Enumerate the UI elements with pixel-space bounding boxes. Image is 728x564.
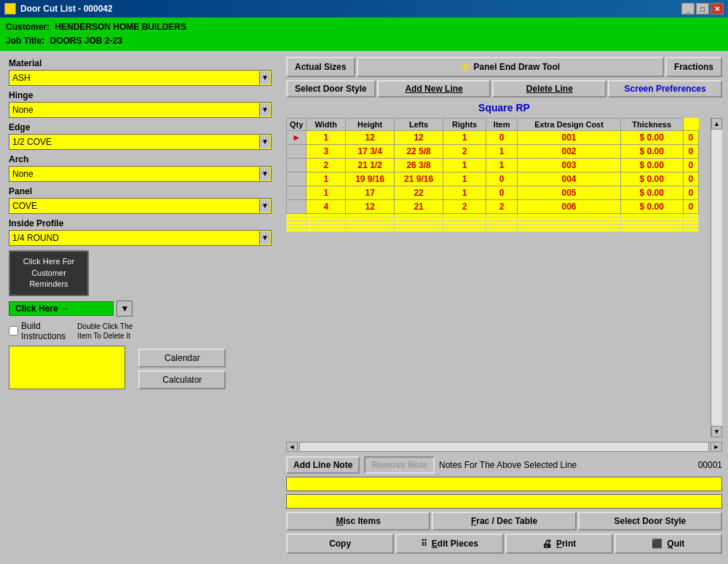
hinge-label: Hinge xyxy=(9,90,272,100)
table-row[interactable]: 317 3/422 5/821002$ 0.000 xyxy=(287,145,699,159)
col-thickness: Thickness xyxy=(620,119,683,131)
hinge-group: Hinge None xyxy=(9,90,272,118)
col-lefts: Lefts xyxy=(395,119,443,131)
edit-icon xyxy=(421,539,427,549)
select-door-style-button-2[interactable]: Select Door Style xyxy=(578,512,722,531)
add-new-line-button[interactable]: Add New Line xyxy=(377,80,491,98)
add-line-note-button[interactable]: Add Line Note xyxy=(286,456,360,474)
window-title: Door Cut List - 000042 xyxy=(20,4,113,14)
edge-group: Edge 1/2 COVE xyxy=(9,122,272,150)
sun-icon: ✳ xyxy=(461,61,470,73)
left-panel: Material ASH Hinge None Edge 1/2 COVE xyxy=(0,51,280,560)
customer-name: HENDERSON HOME BUILDERS xyxy=(55,22,186,32)
inside-profile-select[interactable]: 1/4 ROUND xyxy=(9,230,272,246)
edge-select[interactable]: 1/2 COVE xyxy=(9,134,272,150)
scroll-left-button[interactable]: ◄ xyxy=(286,442,298,452)
table-scroll[interactable]: Qty Width Height Lefts Rights Item Extra… xyxy=(286,118,722,278)
frac-dec-rest: rac / Dec Table xyxy=(476,516,537,526)
copy-button[interactable]: Copy xyxy=(286,533,394,554)
scroll-down-button[interactable]: ▼ xyxy=(711,426,722,437)
panel-end-button[interactable]: ✳ Panel End Draw Tool xyxy=(357,57,664,77)
scroll-right-button[interactable]: ► xyxy=(711,442,722,452)
table-row[interactable]: 221 1/226 3/811003$ 0.000 xyxy=(287,159,699,172)
row-indicator: ► xyxy=(287,131,306,145)
printer-icon xyxy=(542,538,552,549)
arch-group: Arch None xyxy=(9,154,272,182)
app-icon xyxy=(4,3,16,15)
vertical-scrollbar[interactable]: ▲ ▼ xyxy=(711,118,722,437)
misc-items-button[interactable]: Misc Items xyxy=(286,512,430,531)
note-input-1[interactable] xyxy=(286,477,722,491)
click-here-dropdown[interactable]: ▼ xyxy=(116,301,132,317)
quit-label: Quit xyxy=(667,539,684,549)
col-rights: Rights xyxy=(443,119,486,131)
table-row[interactable]: 1172210005$ 0.000 xyxy=(287,186,699,200)
select-door-style-button[interactable]: Select Door Style xyxy=(286,80,376,98)
inside-profile-label: Inside Profile xyxy=(9,218,272,229)
calendar-button[interactable]: Calendar xyxy=(138,349,226,368)
minimize-button[interactable]: _ xyxy=(681,3,695,15)
table-row[interactable]: ►1121210001$ 0.000 xyxy=(287,131,699,145)
bottom-action-row: Misc Items Frac / Dec Table Select Door … xyxy=(286,512,722,531)
notes-label: Notes For The Above Selected Line xyxy=(439,460,577,470)
panel-end-label: Panel End Draw Tool xyxy=(474,62,560,72)
job-title-label: Job Title: xyxy=(6,36,44,46)
quit-button[interactable]: Quit xyxy=(614,533,722,554)
build-instructions-checkbox[interactable] xyxy=(9,326,18,335)
col-height: Height xyxy=(346,119,395,131)
actual-sizes-button[interactable]: Actual Sizes xyxy=(286,57,355,77)
col-qty: Qty xyxy=(287,119,306,131)
table-header-row: Qty Width Height Lefts Rights Item Extra… xyxy=(287,119,699,131)
inside-profile-group: Inside Profile 1/4 ROUND xyxy=(9,218,272,246)
panel-select[interactable]: COVE xyxy=(9,198,272,214)
h-scroll-track[interactable] xyxy=(299,442,709,452)
build-instructions-label: BuildInstructions xyxy=(9,321,66,341)
panel-label: Panel xyxy=(9,186,272,196)
print-label: Print xyxy=(556,539,576,549)
edit-pieces-label: Edit Pieces xyxy=(432,539,478,549)
misc-items-label: M xyxy=(336,516,343,526)
close-button[interactable]: ✕ xyxy=(711,3,724,15)
arch-label: Arch xyxy=(9,154,272,164)
footer-row: Copy Edit Pieces Print Quit xyxy=(286,533,722,554)
horizontal-scroll-controls: ◄ ► xyxy=(286,440,722,453)
frac-dec-button[interactable]: Frac / Dec Table xyxy=(432,512,576,531)
scroll-track xyxy=(711,130,722,426)
arch-select[interactable]: None xyxy=(9,166,272,182)
right-panel: Actual Sizes ✳ Panel End Draw Tool Fract… xyxy=(280,51,728,560)
calculator-button[interactable]: Calculator xyxy=(138,370,226,389)
col-width: Width xyxy=(306,119,346,131)
material-group: Material ASH xyxy=(9,58,272,86)
job-title: DOORS JOB 2-23 xyxy=(50,36,122,46)
material-select[interactable]: ASH xyxy=(9,70,272,86)
customer-label: Customer: xyxy=(6,22,50,32)
cut-list-table: Qty Width Height Lefts Rights Item Extra… xyxy=(286,118,699,232)
table-row[interactable]: 4122122006$ 0.000 xyxy=(287,200,699,214)
edit-pieces-button[interactable]: Edit Pieces xyxy=(395,533,503,554)
square-rp-label: Square RP xyxy=(286,100,722,115)
col-extra-cost: Extra Design Cost xyxy=(518,119,621,131)
top-buttons-row: Actual Sizes ✳ Panel End Draw Tool Fract… xyxy=(286,57,722,77)
fractions-button[interactable]: Fractions xyxy=(665,57,722,77)
screen-preferences-button[interactable]: Screen Preferences xyxy=(608,80,722,98)
second-buttons-row: Select Door Style Add New Line Delete Li… xyxy=(286,80,722,98)
note-input-2[interactable] xyxy=(286,494,722,509)
hinge-select[interactable]: None xyxy=(9,102,272,118)
build-instructions-textarea[interactable] xyxy=(9,346,125,389)
table-wrapper: Qty Width Height Lefts Rights Item Extra… xyxy=(286,118,722,437)
customer-bar: Customer: HENDERSON HOME BUILDERS Job Ti… xyxy=(0,17,728,51)
misc-items-rest: isc Items xyxy=(343,516,380,526)
table-row[interactable]: 119 9/1621 9/1610004$ 0.000 xyxy=(287,172,699,186)
customer-reminders-button[interactable]: Click Here ForCustomerReminders xyxy=(9,250,89,295)
restore-button[interactable]: □ xyxy=(696,3,709,15)
quit-icon xyxy=(652,539,662,549)
print-button[interactable]: Print xyxy=(505,533,613,554)
remove-note-button[interactable]: Remove Note xyxy=(364,456,435,474)
click-here-button[interactable]: Click Here → xyxy=(9,301,114,316)
double-click-text: Double Click TheItem To Delete It xyxy=(77,322,132,341)
scroll-up-button[interactable]: ▲ xyxy=(711,118,722,130)
panel-group: Panel COVE xyxy=(9,186,272,214)
empty-row xyxy=(287,229,699,232)
delete-line-button[interactable]: Delete Line xyxy=(492,80,606,98)
window-controls: _ □ ✕ xyxy=(681,3,724,15)
